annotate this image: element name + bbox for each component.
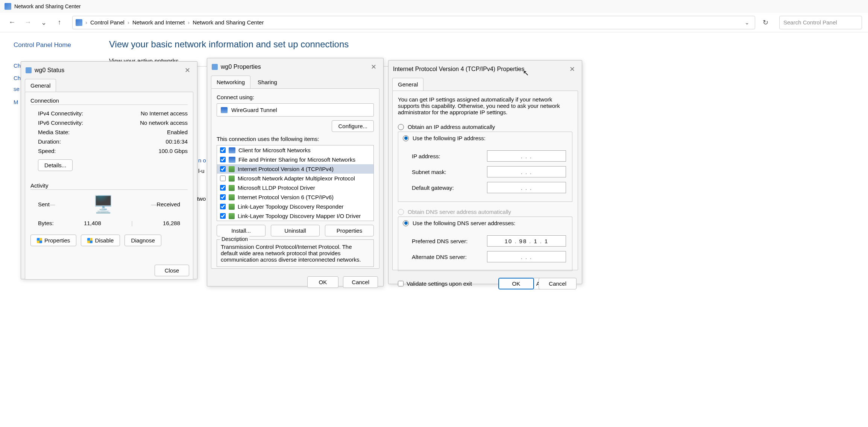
network-item[interactable]: File and Printer Sharing for Microsoft N…	[217, 155, 373, 164]
duration-value: 00:16:34	[166, 138, 188, 145]
adapter-name: WireGuard Tunnel	[231, 107, 277, 113]
breadcrumb-item[interactable]: Network and Internet	[132, 19, 185, 26]
close-button[interactable]: ✕	[182, 65, 193, 75]
dialog-wg0-properties: wg0 Properties ✕ Networking Sharing Conn…	[207, 58, 384, 286]
activity-icon: 🖥️	[88, 194, 118, 215]
checkbox[interactable]	[220, 176, 226, 181]
network-items-list[interactable]: Client for Microsoft NetworksFile and Pr…	[217, 145, 374, 221]
alternate-dns-input[interactable]: ...	[487, 251, 566, 262]
received-label: Received	[156, 201, 180, 207]
connect-using-label: Connect using:	[217, 94, 374, 100]
radio-use-dns[interactable]: Use the following DNS server addresses:	[398, 217, 572, 229]
checkbox[interactable]	[220, 204, 226, 209]
install-button[interactable]: Install...	[217, 225, 266, 236]
history-dropdown[interactable]: ⌄	[38, 17, 50, 29]
disable-button[interactable]: Disable	[81, 235, 120, 246]
gateway-label: Default gateway:	[412, 185, 454, 191]
validate-checkbox[interactable]: Validate settings upon exit	[398, 280, 472, 287]
breadcrumb[interactable]: › Control Panel › Network and Internet ›…	[72, 16, 755, 29]
network-item[interactable]: Client for Microsoft Networks	[217, 145, 373, 155]
app-icon	[5, 3, 11, 10]
tab-general[interactable]: General	[25, 79, 56, 92]
intro-text: You can get IP settings assigned automat…	[398, 96, 572, 115]
network-icon	[26, 67, 32, 73]
tab-general[interactable]: General	[392, 78, 423, 91]
ip-address-input[interactable]: ...	[487, 150, 566, 162]
network-item[interactable]: Internet Protocol Version 6 (TCP/IPv6)	[217, 192, 373, 202]
diagnose-button[interactable]: Diagnose	[124, 235, 161, 246]
checkbox[interactable]	[220, 213, 226, 219]
cancel-button[interactable]: Cancel	[539, 278, 577, 289]
item-properties-button[interactable]: Properties	[325, 225, 374, 236]
checkbox-icon[interactable]	[398, 281, 404, 286]
tab-networking[interactable]: Networking	[211, 76, 250, 88]
network-item[interactable]: Microsoft Network Adapter Multiplexor Pr…	[217, 174, 373, 183]
breadcrumb-item[interactable]: Control Panel	[90, 19, 124, 26]
network-item[interactable]: Link-Layer Topology Discovery Mapper I/O…	[217, 211, 373, 221]
dialog-title: wg0 Properties	[221, 64, 261, 70]
up-button[interactable]: ↑	[53, 17, 65, 29]
ip-address-label: IP address:	[412, 153, 440, 159]
checkbox[interactable]	[220, 194, 226, 200]
subnet-mask-input[interactable]: ...	[487, 166, 566, 177]
details-button[interactable]: Details...	[38, 159, 73, 171]
close-button[interactable]: Close	[155, 265, 189, 276]
cancel-button[interactable]: Cancel	[343, 276, 378, 288]
configure-button[interactable]: Configure...	[332, 120, 374, 132]
adapter-name-box: WireGuard Tunnel	[217, 103, 374, 117]
preferred-dns-label: Preferred DNS server:	[412, 238, 467, 244]
network-item-label: Internet Protocol Version 4 (TCP/IPv4)	[238, 166, 334, 172]
checkbox[interactable]	[220, 157, 226, 162]
description-legend: Description	[220, 236, 249, 242]
uninstall-button[interactable]: Uninstall	[271, 225, 320, 236]
control-panel-home-link[interactable]: Control Panel Home	[14, 41, 105, 49]
protocol-icon	[229, 204, 235, 210]
shield-icon	[87, 238, 93, 243]
ipv4-value: No Internet access	[141, 110, 188, 117]
sent-label: Sent	[38, 201, 50, 207]
ipv6-value: No network access	[140, 120, 188, 126]
network-icon	[212, 64, 218, 70]
breadcrumb-item[interactable]: Network and Sharing Center	[193, 19, 264, 26]
dialog-title: wg0 Status	[35, 67, 64, 74]
bytes-label: Bytes:	[38, 220, 54, 226]
ipv6-label: IPv6 Connectivity:	[38, 120, 83, 126]
page-heading: View your basic network information and …	[109, 39, 485, 50]
close-button[interactable]: ✕	[369, 62, 379, 72]
obscured-text: l-u	[198, 168, 205, 174]
radio-use-ip[interactable]: Use the following IP address:	[398, 132, 572, 144]
radio-icon	[403, 135, 409, 141]
refresh-button[interactable]: ↻	[759, 18, 772, 27]
section-activity: Activity	[30, 182, 188, 190]
gateway-input[interactable]: ...	[487, 182, 566, 193]
protocol-icon	[229, 166, 235, 172]
preferred-dns-input[interactable]: 10. 98. 1. 1	[487, 235, 566, 247]
window-title: Network and Sharing Center	[14, 3, 81, 9]
checkbox[interactable]	[220, 185, 226, 191]
items-label: This connection uses the following items…	[217, 136, 374, 142]
network-item[interactable]: Internet Protocol Version 4 (TCP/IPv4)	[217, 164, 373, 174]
back-button[interactable]: ←	[6, 17, 18, 29]
computer-icon	[229, 147, 235, 153]
ok-button[interactable]: OK	[307, 276, 339, 288]
radio-obtain-ip-auto[interactable]: Obtain an IP address automatically	[398, 122, 572, 132]
search-input[interactable]: Search Control Panel	[779, 16, 862, 29]
shield-icon	[37, 238, 42, 243]
close-button[interactable]: ✕	[567, 64, 577, 74]
chevron-down-icon[interactable]: ⌄	[742, 19, 752, 26]
radio-icon	[398, 124, 404, 130]
properties-button[interactable]: Properties	[30, 235, 76, 246]
checkbox[interactable]	[220, 147, 226, 153]
ok-button[interactable]: OK	[498, 278, 534, 289]
computer-icon	[229, 157, 235, 163]
checkbox[interactable]	[220, 166, 226, 172]
network-item[interactable]: Link-Layer Topology Discovery Responder	[217, 202, 373, 211]
network-item[interactable]: Microsoft LLDP Protocol Driver	[217, 183, 373, 192]
network-item-label: Link-Layer Topology Discovery Mapper I/O…	[238, 213, 361, 219]
adapter-icon	[221, 107, 228, 113]
protocol-icon	[229, 176, 235, 182]
tab-sharing[interactable]: Sharing	[252, 76, 283, 88]
network-item-label: Client for Microsoft Networks	[238, 147, 311, 153]
forward-button[interactable]: →	[22, 17, 34, 29]
network-item-label: Link-Layer Topology Discovery Responder	[238, 203, 344, 210]
